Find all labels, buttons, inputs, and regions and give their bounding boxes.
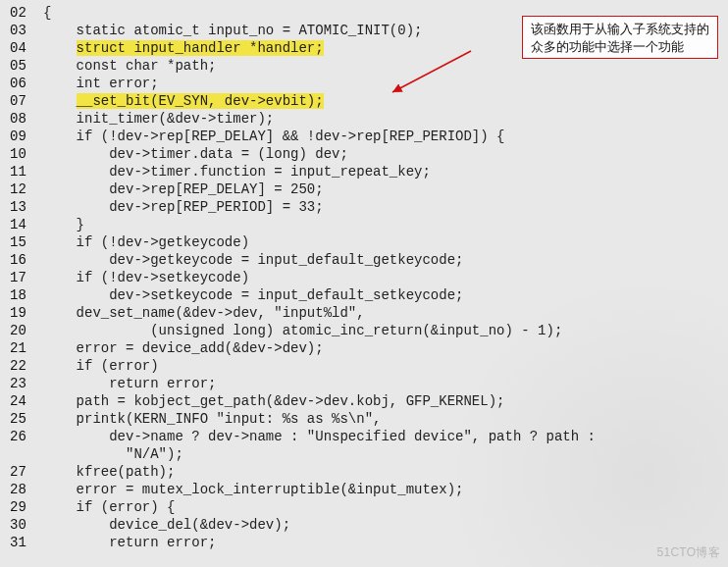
code-line: 09 if (!dev->rep[REP_DELAY] && !dev->rep… (2, 128, 726, 145)
code-line: 16 dev->getkeycode = input_default_getke… (2, 251, 726, 269)
code-text: dev_set_name(&dev->dev, "input%ld", (43, 304, 726, 322)
code-line: 24 path = kobject_get_path(&dev->dev.kob… (2, 392, 726, 410)
line-number: 04 (2, 39, 43, 57)
line-number: 06 (2, 75, 43, 92)
code-line: 12 dev->rep[REP_DELAY] = 250; (2, 180, 726, 198)
code-listing: 02{03 static atomic_t input_no = ATOMIC_… (0, 0, 728, 555)
code-text: kfree(path); (43, 463, 726, 481)
code-text: if (!dev->setkeycode) (43, 269, 726, 286)
code-text: if (!dev->getkeycode) (43, 233, 726, 251)
code-text: init_timer(&dev->timer); (43, 110, 726, 128)
code-line: 13 dev->rep[REP_PERIOD] = 33; (2, 198, 726, 216)
line-number: 28 (2, 481, 43, 498)
line-number: 07 (2, 92, 43, 110)
code-line: 05 const char *path; (2, 57, 726, 75)
code-line: 19 dev_set_name(&dev->dev, "input%ld", (2, 304, 726, 322)
code-line: 14 } (2, 216, 726, 233)
code-line: 26 dev->name ? dev->name : "Unspecified … (2, 428, 726, 445)
line-number: 09 (2, 128, 43, 145)
line-number: 18 (2, 286, 43, 304)
code-line: 07 __set_bit(EV_SYN, dev->evbit); (2, 92, 726, 110)
line-number: 26 (2, 428, 43, 445)
line-number: 03 (2, 22, 43, 39)
code-text: "N/A"); (43, 445, 726, 463)
code-line: 23 return error; (2, 375, 726, 392)
code-line: "N/A"); (2, 445, 726, 463)
code-text: return error; (43, 534, 726, 551)
code-text: (unsigned long) atomic_inc_return(&input… (43, 322, 726, 339)
line-number: 10 (2, 145, 43, 163)
code-text: if (!dev->rep[REP_DELAY] && !dev->rep[RE… (43, 128, 726, 145)
code-text: device_del(&dev->dev); (43, 516, 726, 534)
code-text: if (error) (43, 357, 726, 375)
code-line: 27 kfree(path); (2, 463, 726, 481)
code-line: 10 dev->timer.data = (long) dev; (2, 145, 726, 163)
code-line: 18 dev->setkeycode = input_default_setke… (2, 286, 726, 304)
code-text: if (error) { (43, 498, 726, 516)
code-text: error = mutex_lock_interruptible(&input_… (43, 481, 726, 498)
highlight: __set_bit(EV_SYN, dev->evbit); (77, 93, 324, 109)
line-number: 23 (2, 375, 43, 392)
code-text: dev->timer.data = (long) dev; (43, 145, 726, 163)
line-number: 17 (2, 269, 43, 286)
line-number: 19 (2, 304, 43, 322)
callout-arrow (385, 47, 483, 102)
code-text: dev->rep[REP_DELAY] = 250; (43, 180, 726, 198)
code-line: 22 if (error) (2, 357, 726, 375)
code-text: dev->name ? dev->name : "Unspecified dev… (43, 428, 726, 445)
line-number: 29 (2, 498, 43, 516)
callout-line1: 该函数用于从输入子系统支持的 (531, 21, 709, 38)
code-line: 15 if (!dev->getkeycode) (2, 233, 726, 251)
code-line: 20 (unsigned long) atomic_inc_return(&in… (2, 322, 726, 339)
line-number: 16 (2, 251, 43, 269)
line-number: 24 (2, 392, 43, 410)
line-number: 11 (2, 163, 43, 180)
callout-box: 该函数用于从输入子系统支持的 众多的功能中选择一个功能 (522, 16, 718, 59)
line-number: 31 (2, 534, 43, 551)
code-line: 31 return error; (2, 534, 726, 551)
line-number: 12 (2, 180, 43, 198)
code-line: 06 int error; (2, 75, 726, 92)
line-number: 25 (2, 410, 43, 428)
code-line: 30 device_del(&dev->dev); (2, 516, 726, 534)
code-line: 11 dev->timer.function = input_repeat_ke… (2, 163, 726, 180)
line-number: 08 (2, 110, 43, 128)
code-text: return error; (43, 375, 726, 392)
code-text: printk(KERN_INFO "input: %s as %s\n", (43, 410, 726, 428)
line-number: 20 (2, 322, 43, 339)
line-number: 13 (2, 198, 43, 216)
code-line: 28 error = mutex_lock_interruptible(&inp… (2, 481, 726, 498)
code-line: 21 error = device_add(&dev->dev); (2, 339, 726, 357)
code-text: path = kobject_get_path(&dev->dev.kobj, … (43, 392, 726, 410)
line-number: 05 (2, 57, 43, 75)
line-number: 27 (2, 463, 43, 481)
code-text: error = device_add(&dev->dev); (43, 339, 726, 357)
line-number: 15 (2, 233, 43, 251)
line-number: 02 (2, 4, 43, 22)
code-text: dev->setkeycode = input_default_setkeyco… (43, 286, 726, 304)
code-line: 25 printk(KERN_INFO "input: %s as %s\n", (2, 410, 726, 428)
callout-line2: 众多的功能中选择一个功能 (531, 38, 709, 56)
line-number: 14 (2, 216, 43, 233)
code-text: dev->getkeycode = input_default_getkeyco… (43, 251, 726, 269)
line-number: 30 (2, 516, 43, 534)
code-line: 17 if (!dev->setkeycode) (2, 269, 726, 286)
svg-line-0 (392, 51, 471, 92)
watermark: 51CTO博客 (656, 544, 720, 561)
highlight: struct input_handler *handler; (77, 40, 324, 56)
code-line: 29 if (error) { (2, 498, 726, 516)
code-text: } (43, 216, 726, 233)
code-text: dev->timer.function = input_repeat_key; (43, 163, 726, 180)
line-number: 22 (2, 357, 43, 375)
code-line: 08 init_timer(&dev->timer); (2, 110, 726, 128)
code-text: dev->rep[REP_PERIOD] = 33; (43, 198, 726, 216)
line-number: 21 (2, 339, 43, 357)
